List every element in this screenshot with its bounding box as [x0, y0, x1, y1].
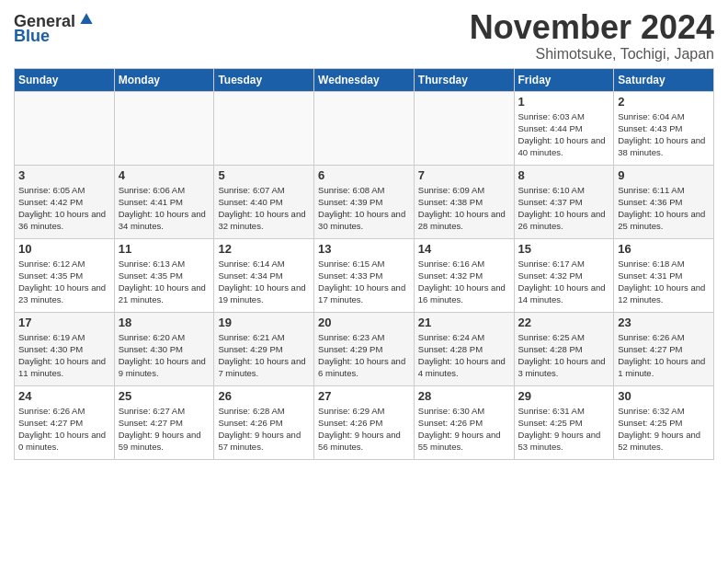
day-number: 16: [618, 242, 710, 256]
calendar-cell: 25Sunrise: 6:27 AM Sunset: 4:27 PM Dayli…: [114, 385, 214, 459]
calendar-cell: 12Sunrise: 6:14 AM Sunset: 4:34 PM Dayli…: [214, 238, 314, 312]
main-container: General Blue November 2024 Shimotsuke, T…: [0, 0, 728, 465]
day-number: 29: [518, 389, 610, 403]
day-number: 2: [618, 95, 710, 109]
day-info: Sunrise: 6:31 AM Sunset: 4:25 PM Dayligh…: [518, 405, 610, 454]
day-info: Sunrise: 6:08 AM Sunset: 4:39 PM Dayligh…: [318, 184, 410, 233]
calendar-cell: 14Sunrise: 6:16 AM Sunset: 4:32 PM Dayli…: [414, 238, 514, 312]
logo-blue: Blue: [14, 28, 96, 44]
day-info: Sunrise: 6:21 AM Sunset: 4:29 PM Dayligh…: [218, 331, 310, 380]
calendar-header-wednesday: Wednesday: [314, 68, 415, 91]
day-info: Sunrise: 6:06 AM Sunset: 4:41 PM Dayligh…: [119, 184, 210, 233]
calendar-cell: 13Sunrise: 6:15 AM Sunset: 4:33 PM Dayli…: [314, 238, 415, 312]
day-number: 9: [618, 168, 710, 182]
day-number: 15: [518, 242, 610, 256]
calendar-cell: 7Sunrise: 6:09 AM Sunset: 4:38 PM Daylig…: [414, 165, 514, 238]
calendar-cell: 6Sunrise: 6:08 AM Sunset: 4:39 PM Daylig…: [314, 165, 415, 238]
day-info: Sunrise: 6:19 AM Sunset: 4:30 PM Dayligh…: [18, 331, 110, 380]
calendar-cell: [414, 91, 514, 165]
day-info: Sunrise: 6:32 AM Sunset: 4:25 PM Dayligh…: [618, 405, 710, 454]
calendar-cell: 11Sunrise: 6:13 AM Sunset: 4:35 PM Dayli…: [114, 238, 214, 312]
day-number: 18: [119, 316, 210, 329]
header-row: General Blue November 2024 Shimotsuke, T…: [14, 9, 714, 63]
calendar-week-row: 10Sunrise: 6:12 AM Sunset: 4:35 PM Dayli…: [15, 238, 714, 312]
day-info: Sunrise: 6:04 AM Sunset: 4:43 PM Dayligh…: [618, 110, 710, 159]
calendar-cell: 1Sunrise: 6:03 AM Sunset: 4:44 PM Daylig…: [514, 91, 614, 165]
day-number: 12: [218, 242, 310, 256]
day-info: Sunrise: 6:29 AM Sunset: 4:26 PM Dayligh…: [318, 405, 410, 454]
day-number: 1: [518, 95, 610, 109]
calendar-table: SundayMondayTuesdayWednesdayThursdayFrid…: [14, 68, 714, 460]
calendar-cell: 8Sunrise: 6:10 AM Sunset: 4:37 PM Daylig…: [514, 165, 614, 238]
day-info: Sunrise: 6:14 AM Sunset: 4:34 PM Dayligh…: [218, 258, 310, 306]
day-info: Sunrise: 6:13 AM Sunset: 4:35 PM Dayligh…: [119, 258, 210, 306]
day-info: Sunrise: 6:16 AM Sunset: 4:32 PM Dayligh…: [418, 258, 510, 306]
day-number: 6: [318, 168, 410, 182]
location: Shimotsuke, Tochigi, Japan: [470, 46, 714, 63]
day-info: Sunrise: 6:05 AM Sunset: 4:42 PM Dayligh…: [18, 184, 110, 233]
calendar-cell: 15Sunrise: 6:17 AM Sunset: 4:32 PM Dayli…: [514, 238, 614, 312]
day-number: 5: [218, 168, 310, 182]
calendar-week-row: 1Sunrise: 6:03 AM Sunset: 4:44 PM Daylig…: [15, 91, 714, 165]
day-number: 24: [18, 389, 110, 403]
calendar-cell: 18Sunrise: 6:20 AM Sunset: 4:30 PM Dayli…: [114, 312, 214, 385]
calendar-cell: 30Sunrise: 6:32 AM Sunset: 4:25 PM Dayli…: [614, 385, 714, 459]
day-info: Sunrise: 6:20 AM Sunset: 4:30 PM Dayligh…: [119, 331, 210, 380]
logo: General Blue: [14, 13, 96, 44]
day-number: 8: [518, 168, 610, 182]
day-info: Sunrise: 6:18 AM Sunset: 4:31 PM Dayligh…: [618, 258, 710, 306]
calendar-week-row: 17Sunrise: 6:19 AM Sunset: 4:30 PM Dayli…: [15, 312, 714, 385]
calendar-cell: 9Sunrise: 6:11 AM Sunset: 4:36 PM Daylig…: [614, 165, 714, 238]
calendar-cell: 19Sunrise: 6:21 AM Sunset: 4:29 PM Dayli…: [214, 312, 314, 385]
calendar-cell: 5Sunrise: 6:07 AM Sunset: 4:40 PM Daylig…: [214, 165, 314, 238]
day-info: Sunrise: 6:09 AM Sunset: 4:38 PM Dayligh…: [418, 184, 510, 233]
day-number: 25: [119, 389, 210, 403]
day-number: 30: [618, 389, 710, 403]
day-number: 11: [119, 242, 210, 256]
calendar-cell: 20Sunrise: 6:23 AM Sunset: 4:29 PM Dayli…: [314, 312, 415, 385]
day-info: Sunrise: 6:11 AM Sunset: 4:36 PM Dayligh…: [618, 184, 710, 233]
calendar-cell: 21Sunrise: 6:24 AM Sunset: 4:28 PM Dayli…: [414, 312, 514, 385]
calendar-cell: 23Sunrise: 6:26 AM Sunset: 4:27 PM Dayli…: [614, 312, 714, 385]
calendar-week-row: 3Sunrise: 6:05 AM Sunset: 4:42 PM Daylig…: [15, 165, 714, 238]
calendar-cell: 16Sunrise: 6:18 AM Sunset: 4:31 PM Dayli…: [614, 238, 714, 312]
calendar-cell: [15, 91, 115, 165]
day-number: 21: [418, 316, 510, 329]
calendar-header-thursday: Thursday: [414, 68, 514, 91]
day-info: Sunrise: 6:23 AM Sunset: 4:29 PM Dayligh…: [318, 331, 410, 380]
calendar-cell: 22Sunrise: 6:25 AM Sunset: 4:28 PM Dayli…: [514, 312, 614, 385]
day-number: 10: [18, 242, 110, 256]
calendar-week-row: 24Sunrise: 6:26 AM Sunset: 4:27 PM Dayli…: [15, 385, 714, 459]
calendar-cell: 28Sunrise: 6:30 AM Sunset: 4:26 PM Dayli…: [414, 385, 514, 459]
day-info: Sunrise: 6:28 AM Sunset: 4:26 PM Dayligh…: [218, 405, 310, 454]
day-number: 23: [618, 316, 710, 329]
day-info: Sunrise: 6:26 AM Sunset: 4:27 PM Dayligh…: [18, 405, 110, 454]
day-info: Sunrise: 6:25 AM Sunset: 4:28 PM Dayligh…: [518, 331, 610, 380]
day-info: Sunrise: 6:17 AM Sunset: 4:32 PM Dayligh…: [518, 258, 610, 306]
calendar-cell: [214, 91, 314, 165]
day-info: Sunrise: 6:15 AM Sunset: 4:33 PM Dayligh…: [318, 258, 410, 306]
calendar-header-saturday: Saturday: [614, 68, 714, 91]
logo-icon: [77, 10, 96, 29]
calendar-cell: 29Sunrise: 6:31 AM Sunset: 4:25 PM Dayli…: [514, 385, 614, 459]
calendar-cell: [114, 91, 214, 165]
calendar-cell: 10Sunrise: 6:12 AM Sunset: 4:35 PM Dayli…: [15, 238, 115, 312]
calendar-header-tuesday: Tuesday: [214, 68, 314, 91]
month-title: November 2024: [470, 9, 714, 46]
day-info: Sunrise: 6:10 AM Sunset: 4:37 PM Dayligh…: [518, 184, 610, 233]
calendar-cell: 4Sunrise: 6:06 AM Sunset: 4:41 PM Daylig…: [114, 165, 214, 238]
day-number: 28: [418, 389, 510, 403]
day-number: 17: [18, 316, 110, 329]
day-number: 26: [218, 389, 310, 403]
calendar-header-monday: Monday: [114, 68, 214, 91]
calendar-cell: 17Sunrise: 6:19 AM Sunset: 4:30 PM Dayli…: [15, 312, 115, 385]
calendar-cell: 2Sunrise: 6:04 AM Sunset: 4:43 PM Daylig…: [614, 91, 714, 165]
calendar-cell: 26Sunrise: 6:28 AM Sunset: 4:26 PM Dayli…: [214, 385, 314, 459]
day-info: Sunrise: 6:03 AM Sunset: 4:44 PM Dayligh…: [518, 110, 610, 159]
title-block: November 2024 Shimotsuke, Tochigi, Japan: [470, 9, 714, 63]
calendar-cell: [314, 91, 415, 165]
day-info: Sunrise: 6:24 AM Sunset: 4:28 PM Dayligh…: [418, 331, 510, 380]
day-number: 27: [318, 389, 410, 403]
logo-text: General Blue: [14, 13, 96, 44]
day-info: Sunrise: 6:07 AM Sunset: 4:40 PM Dayligh…: [218, 184, 310, 233]
